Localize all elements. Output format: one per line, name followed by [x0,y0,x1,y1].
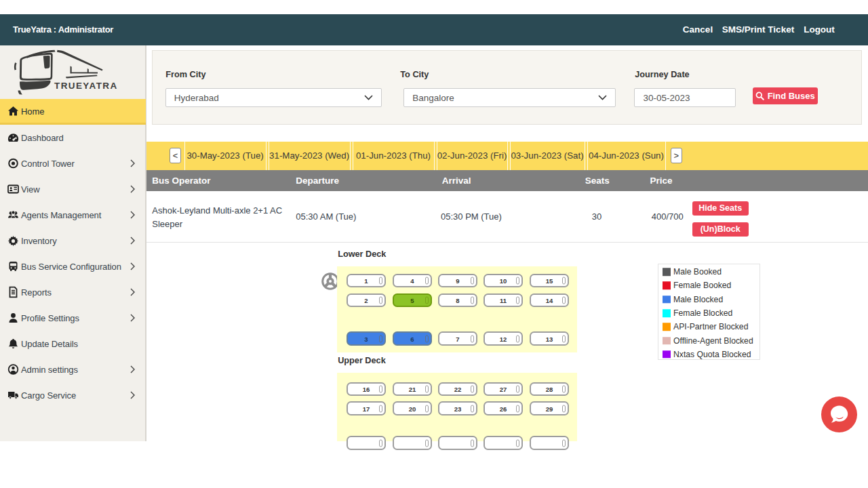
svg-text:TRUEYATRA: TRUEYATRA [54,81,118,91]
